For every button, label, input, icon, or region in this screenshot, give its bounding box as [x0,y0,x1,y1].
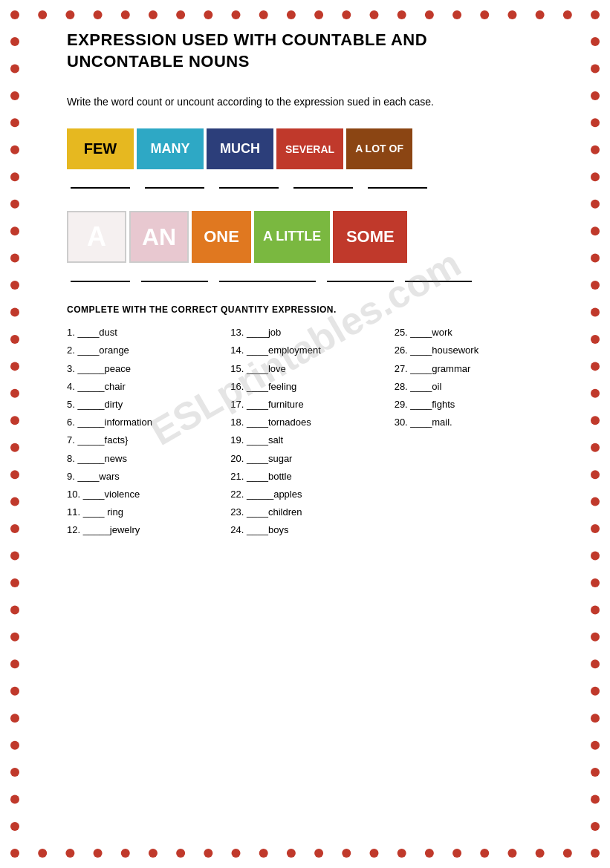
expression-row-1: FEW MANY MUCH SEVERAL A LOT OF [67,128,558,169]
box-one: ONE [192,211,251,263]
box-some: SOME [333,211,407,263]
list-item: 11. ____ ring [67,506,230,519]
list-item: 13. ____job [230,326,394,339]
underline-3 [219,175,279,189]
list-item: 26. ____housework [395,344,558,357]
underline-2 [145,175,204,189]
list-item: 28. ____oil [395,380,558,394]
list-item: 17. ____furniture [230,398,394,411]
exercise-section: 1. ____dust2. ____orange3. _____peace4. … [67,326,558,541]
exercise-col-2: 13. ____job14. ____employment15. ____lov… [230,326,394,541]
list-item: 6. _____information [67,416,230,429]
exercise-col-1: 1. ____dust2. ____orange3. _____peace4. … [67,326,230,541]
underline-alittle [327,269,394,282]
list-item: 9. ____wars [67,470,230,483]
list-item: 8. _____news [67,452,230,466]
list-item: 2. ____orange [67,344,230,357]
list-item: 23. ____children [230,506,394,519]
box-many: MANY [137,128,204,169]
list-item: 7. _____facts} [67,434,230,447]
list-item: 29. ____fights [395,398,558,411]
underline-row-1 [67,175,558,189]
expression-row-2: A AN ONE A LITTLE SOME [67,211,558,263]
underline-5 [368,175,427,189]
list-item: 10. ____violence [67,488,230,501]
underline-some [405,269,472,282]
complete-label: COMPLETE WITH THE CORRECT QUANTITY EXPRE… [67,304,558,315]
list-item: 14. ____employment [230,344,394,357]
box-alittle: A LITTLE [254,211,330,263]
list-item: 4. _____chair [67,380,230,394]
instruction-text: Write the word count or uncount accordin… [67,94,558,110]
list-item: 24. ____boys [230,523,394,537]
list-item: 12. _____jewelry [67,523,230,537]
list-item: 3. _____peace [67,362,230,376]
list-item: 5. _____dirty [67,398,230,411]
box-few: FEW [67,128,134,169]
box-several: SEVERAL [276,128,343,169]
list-item: 15. ____love [230,362,394,376]
underline-one [219,269,316,282]
list-item: 21. ____bottle [230,470,394,483]
underline-1 [71,175,130,189]
exercise-col-3: 25. ____work26. ____housework27. ____gra… [395,326,558,541]
list-item: 20. ____sugar [230,452,394,466]
underline-row-2 [67,269,558,282]
list-item: 25. ____work [395,326,558,339]
box-much: MUCH [207,128,273,169]
list-item: 30. ____mail. [395,416,558,429]
list-item: 1. ____dust [67,326,230,339]
box-a: A [67,211,126,263]
list-item: 16. ____feeling [230,380,394,394]
box-alot: A LOT OF [346,128,412,169]
list-item: 27. ____grammar [395,362,558,376]
underline-4 [293,175,353,189]
underline-an [141,269,208,282]
list-item: 18. ____tornadoes [230,416,394,429]
list-item: 19. ____salt [230,434,394,447]
list-item: 22. _____apples [230,488,394,501]
page-title: EXPRESSION USED WITH COUNTABLE AND UNCON… [67,30,558,72]
box-an: AN [129,211,189,263]
underline-a [71,269,130,282]
